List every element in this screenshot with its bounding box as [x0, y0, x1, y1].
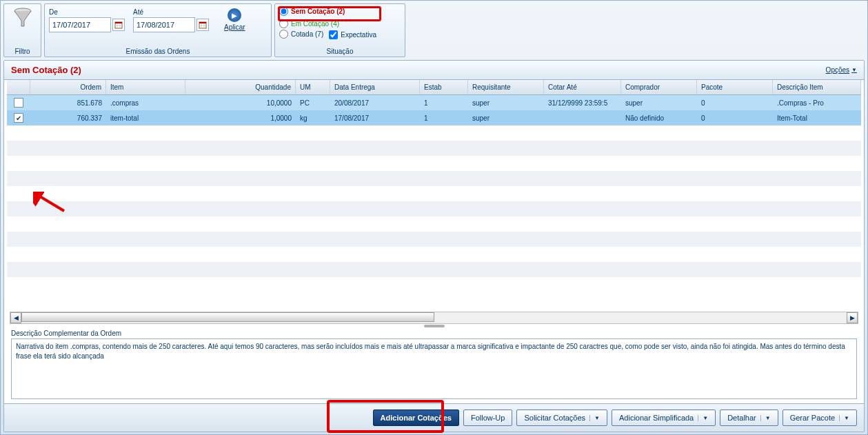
col-comprador[interactable]: Comprador — [621, 80, 697, 94]
button-bar: Adicionar Cotações Follow-Up Solicitar C… — [4, 403, 864, 432]
col-item[interactable]: Item — [106, 80, 185, 94]
adicionar-simplificada-button[interactable]: Adicionar Simplificada ▼ — [612, 409, 716, 426]
scroll-thumb[interactable] — [21, 312, 434, 322]
scroll-left-icon[interactable]: ◀ — [10, 312, 21, 323]
cell-item: item-total — [106, 110, 185, 125]
cell-requisitante: super — [468, 95, 544, 110]
cell-cotar-ate — [544, 110, 621, 125]
table-row — [7, 156, 861, 171]
main-panel: Sem Cotação (2) Opções ▼ Ordem Item Quan… — [3, 60, 865, 432]
calendar-icon[interactable] — [196, 19, 209, 31]
cell-comprador: super — [621, 95, 697, 110]
cell-um: kg — [296, 110, 330, 125]
emissao-group: De Até — [44, 3, 272, 57]
description-text: Narrativa do item .compras, contendo mai… — [11, 338, 857, 399]
chevron-down-icon[interactable]: ▼ — [698, 415, 708, 421]
grid: Ordem Item Quantidade UM Data Entrega Es… — [4, 80, 864, 401]
cell-quantidade: 1,0000 — [185, 110, 296, 125]
table-row[interactable]: ✔ 760.337 item-total 1,0000 kg 17/08/201… — [7, 110, 861, 125]
table-row — [7, 141, 861, 156]
cell-comprador: Não definido — [621, 110, 697, 125]
funnel-icon[interactable] — [12, 7, 34, 29]
table-row — [7, 247, 861, 262]
table-row — [7, 216, 861, 232]
apply-link[interactable]: Aplicar — [224, 23, 245, 31]
cell-ordem: 851.678 — [30, 95, 106, 110]
col-data-entrega[interactable]: Data Entrega — [330, 80, 420, 94]
col-pacote[interactable]: Pacote — [697, 80, 773, 94]
options-label: Opções — [826, 66, 849, 74]
ate-label: Até — [133, 8, 209, 16]
sem-cotacao-label: Sem Cotação (2) — [291, 8, 345, 15]
col-requisitante[interactable]: Requisitante — [468, 80, 544, 94]
row-checkbox[interactable]: ✔ — [14, 113, 23, 123]
expectativa-checkbox[interactable] — [329, 30, 338, 39]
calendar-icon[interactable] — [112, 19, 125, 31]
cell-data-entrega: 17/08/2017 — [330, 110, 420, 125]
col-checkbox — [7, 80, 30, 94]
situacao-label: Situação — [279, 46, 401, 55]
apply-icon[interactable]: ▶ — [228, 8, 241, 22]
col-cotar-ate[interactable]: Cotar Até — [544, 80, 621, 94]
cell-data-entrega: 20/08/2017 — [330, 95, 420, 110]
cell-pacote: 0 — [697, 95, 773, 110]
expectativa-label: Expectativa — [341, 31, 376, 39]
chevron-down-icon[interactable]: ▼ — [589, 415, 600, 421]
cell-quantidade: 10,0000 — [185, 95, 296, 110]
button-label: Follow-Up — [471, 414, 505, 422]
options-link[interactable]: Opções ▼ — [826, 66, 857, 74]
cell-requisitante: super — [468, 110, 544, 125]
adicionar-cotacoes-button[interactable]: Adicionar Cotações — [373, 409, 459, 426]
table-row — [7, 186, 861, 201]
cell-descricao: .Compras - Pro — [773, 95, 861, 110]
button-label: Adicionar Cotações — [381, 414, 452, 422]
sem-cotacao-radio[interactable] — [279, 7, 288, 16]
grid-body: 851.678 .compras 10,0000 PC 20/08/2017 1… — [7, 95, 861, 310]
ate-date-input[interactable] — [133, 17, 195, 32]
table-row — [7, 232, 861, 247]
solicitar-cotacoes-button[interactable]: Solicitar Cotações ▼ — [516, 409, 607, 426]
col-um[interactable]: UM — [296, 80, 330, 94]
cell-item: .compras — [106, 95, 185, 110]
chevron-down-icon[interactable]: ▼ — [760, 415, 771, 421]
detalhar-button[interactable]: Detalhar ▼ — [720, 409, 778, 426]
scroll-right-icon[interactable]: ▶ — [847, 312, 858, 323]
top-toolbar: Filtro De Até — [3, 3, 865, 57]
chevron-down-icon[interactable]: ▼ — [839, 415, 849, 421]
row-checkbox[interactable] — [14, 98, 23, 108]
col-ordem[interactable]: Ordem — [30, 80, 106, 94]
panel-header: Sem Cotação (2) Opções ▼ — [4, 61, 864, 80]
svg-rect-2 — [115, 22, 122, 23]
cell-pacote: 0 — [697, 110, 773, 125]
button-label: Detalhar — [727, 414, 756, 422]
table-row[interactable]: 851.678 .compras 10,0000 PC 20/08/2017 1… — [7, 95, 861, 110]
cotada-radio[interactable] — [279, 30, 288, 39]
button-label: Gerar Pacote — [790, 414, 835, 422]
table-row — [7, 262, 861, 277]
col-descricao-item[interactable]: Descrição Item — [773, 80, 861, 94]
col-estab[interactable]: Estab — [420, 80, 468, 94]
h-scrollbar[interactable]: ◀ ▶ — [10, 312, 858, 324]
table-row — [7, 201, 861, 216]
grid-header-row: Ordem Item Quantidade UM Data Entrega Es… — [7, 80, 861, 95]
emissao-label: Emissão das Ordens — [49, 46, 267, 55]
filter-label: Filtro — [14, 46, 30, 55]
svg-rect-7 — [199, 22, 206, 23]
de-date-input[interactable] — [49, 17, 111, 32]
de-label: De — [49, 8, 125, 16]
button-label: Solicitar Cotações — [524, 414, 585, 422]
cell-estab: 1 — [420, 110, 468, 125]
filter-group: Filtro — [3, 3, 41, 57]
table-row — [7, 171, 861, 186]
cell-estab: 1 — [420, 95, 468, 110]
follow-up-button[interactable]: Follow-Up — [463, 409, 513, 426]
button-label: Adicionar Simplificada — [619, 414, 694, 422]
table-row — [7, 125, 861, 141]
situacao-group: Sem Cotação (2) Em Cotação (4) Cotada (7… — [274, 3, 405, 57]
em-cotacao-radio[interactable] — [279, 19, 288, 28]
cell-ordem: 760.337 — [30, 110, 106, 125]
panel-title: Sem Cotação (2) — [11, 65, 81, 75]
col-quantidade[interactable]: Quantidade — [185, 80, 296, 94]
cell-um: PC — [296, 95, 330, 110]
gerar-pacote-button[interactable]: Gerar Pacote ▼ — [783, 409, 857, 426]
